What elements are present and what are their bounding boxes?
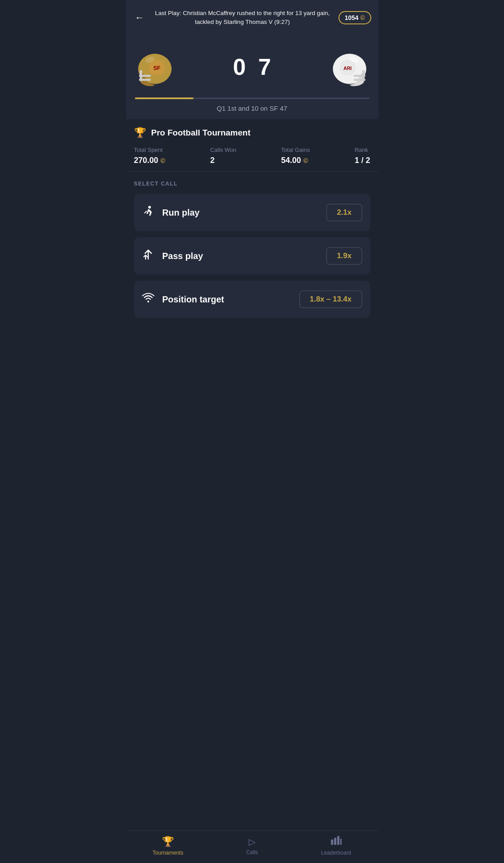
scores: 0 7 [233, 54, 271, 80]
position-target-name: Position target [162, 294, 224, 305]
away-score: 7 [258, 54, 271, 80]
svg-point-14 [148, 206, 151, 209]
stat-rank: Rank 1 / 2 [354, 147, 370, 165]
pass-play-left: Pass play [142, 248, 203, 263]
home-score: 0 [233, 54, 246, 80]
coins-amount: 1054 [345, 14, 358, 21]
position-target-icon [142, 292, 154, 307]
pass-play-name: Pass play [162, 251, 203, 261]
svg-point-18 [147, 301, 149, 302]
tournament-section: 🏆 Pro Football Tournament Total Spent 27… [126, 119, 378, 172]
ari-helmet: ARI [330, 47, 369, 87]
sf-helmet: SF [135, 47, 175, 87]
run-play-card[interactable]: Run play 2.1x [134, 194, 370, 231]
coin-icon: © [360, 14, 365, 21]
total-gains-value: 54.00 © [281, 156, 310, 165]
last-play-text: Last Play: Christian McCaffrey rushed to… [146, 9, 339, 27]
rank-value: 1 / 2 [354, 156, 370, 165]
svg-rect-9 [354, 75, 365, 77]
calls-won-label: Calls Won [210, 147, 236, 153]
tournament-title-row: 🏆 Pro Football Tournament [134, 127, 370, 139]
header: ← Last Play: Christian McCaffrey rushed … [126, 0, 378, 35]
position-target-left: Position target [142, 292, 224, 307]
pass-play-icon [142, 248, 154, 263]
stat-calls-won: Calls Won 2 [210, 147, 236, 165]
total-spent-value: 270.00 © [134, 156, 165, 165]
svg-rect-2 [139, 75, 151, 77]
total-spent-label: Total Spent [134, 147, 165, 153]
coins-badge: 1054 © [339, 11, 371, 24]
run-play-left: Run play [142, 205, 200, 220]
pass-play-multiplier: 1.9x [326, 247, 362, 265]
tab-bar [135, 97, 369, 99]
run-play-multiplier: 2.1x [326, 204, 362, 221]
calls-won-value: 2 [210, 156, 236, 165]
score-section: SF 0 7 ARI [126, 35, 378, 119]
tournament-name: Pro Football Tournament [151, 128, 250, 138]
select-call-section: SELECT CALL Run play 2.1x [126, 172, 378, 318]
position-target-multiplier: 1.8x – 13.4x [299, 290, 362, 308]
total-gains-coin: © [303, 157, 308, 164]
total-gains-label: Total Gains [281, 147, 310, 153]
pass-play-card[interactable]: Pass play 1.9x [134, 237, 370, 275]
svg-line-15 [145, 211, 146, 213]
stat-total-gains: Total Gains 54.00 © [281, 147, 310, 165]
svg-text:SF: SF [153, 65, 160, 71]
svg-rect-3 [139, 79, 151, 81]
svg-text:ARI: ARI [343, 66, 352, 71]
trophy-icon: 🏆 [134, 127, 146, 139]
teams-row: SF 0 7 ARI [135, 43, 369, 94]
run-play-icon [142, 205, 154, 220]
position-target-card[interactable]: Position target 1.8x – 13.4x [134, 281, 370, 318]
tab-inactive [193, 97, 369, 99]
select-call-label: SELECT CALL [134, 181, 370, 187]
stat-total-spent: Total Spent 270.00 © [134, 147, 165, 165]
svg-rect-10 [354, 79, 365, 81]
tab-active [135, 97, 194, 99]
total-spent-coin: © [161, 157, 165, 164]
game-status: Q1 1st and 10 on SF 47 [135, 99, 369, 119]
run-play-name: Run play [162, 208, 200, 218]
back-button[interactable]: ← [133, 10, 146, 25]
rank-label: Rank [354, 147, 370, 153]
stats-row: Total Spent 270.00 © Calls Won 2 Total G… [134, 147, 370, 165]
